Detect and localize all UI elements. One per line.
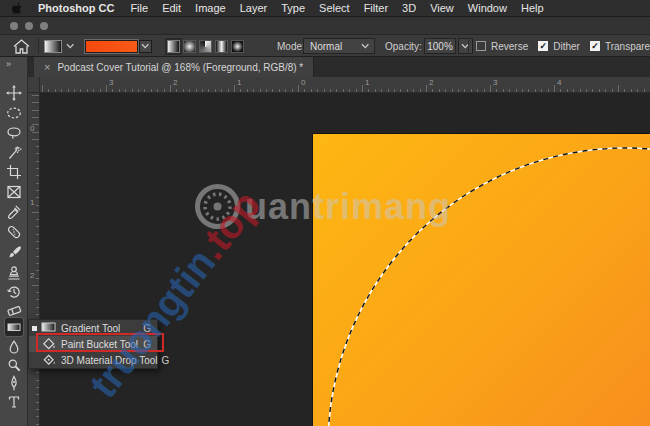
menu-items: Photoshop CCFileEditImageLayerTypeSelect… [31,2,551,14]
reflected-gradient-icon[interactable] [215,40,228,53]
ruler-corner[interactable] [28,77,40,93]
diamond-gradient-icon[interactable] [231,40,244,53]
tools-panel: » [0,57,28,426]
menubar-item-type[interactable]: Type [274,2,312,14]
menubar-item-view[interactable]: View [423,2,461,14]
menubar-item-3d[interactable]: 3D [395,2,423,14]
opacity-value: 100% [424,38,456,54]
flyout-item-3d-material-drop-tool[interactable]: 3D Material Drop ToolG [29,352,157,368]
window-title-bar [0,17,650,35]
menubar-item-filter[interactable]: Filter [357,2,395,14]
dither-checkbox-box[interactable]: ✓ [538,41,548,51]
flyout-item-label: 3D Material Drop Tool [61,355,158,366]
move-tool[interactable] [5,84,23,102]
transparency-checkbox-label: Transparency [605,41,650,52]
eyedropper-tool[interactable] [5,203,23,221]
flyout-item-shortcut: G [162,355,170,366]
annotation-highlight-box [36,333,164,352]
chevron-down-icon [361,42,370,50]
hruler-label: 1 [237,78,241,87]
brush-tool[interactable] [5,243,23,261]
gradient-swatch-color [85,40,138,53]
elliptical-marquee-tool[interactable] [5,104,23,122]
divider [38,38,39,54]
gradient-checkboxes: Reverse✓Dither✓Transparency [476,35,650,57]
dither-checkbox-label: Dither [553,41,580,52]
menubar-item-window[interactable]: Window [461,2,514,14]
hruler-label: 1 [365,78,369,87]
workspace: » × Podcast Cover Tutorial @ 168% (Foreg… [0,57,650,426]
menubar-item-photoshop-cc[interactable]: Photoshop CC [31,2,123,14]
vruler-label: 1 [30,198,34,207]
hruler-label: 3 [493,78,497,87]
menubar-item-layer[interactable]: Layer [233,2,275,14]
minimize-window-button[interactable] [25,22,33,30]
vruler-label: 0 [30,124,34,133]
active-tool-indicator [32,326,37,331]
opacity-label: Opacity: [385,35,422,57]
document-area: × Podcast Cover Tutorial @ 168% (Foregro… [28,57,650,426]
mode-select[interactable]: Normal [303,38,375,54]
gradient-tool[interactable] [5,318,23,336]
horizontal-ruler[interactable]: 32101234 [40,77,650,93]
reverse-checkbox[interactable]: Reverse [476,41,528,52]
opacity-field[interactable]: 100% [424,38,456,54]
expand-panel-icon[interactable]: » [6,59,12,69]
angle-gradient-icon[interactable] [199,40,212,53]
hruler-label: 3 [109,78,113,87]
gradient-swatch[interactable] [85,35,152,57]
vruler-label: 2 [30,271,34,280]
mode-value: Normal [310,41,342,52]
apple-logo-glyph [12,2,23,15]
crop-tool[interactable] [5,163,23,181]
divider [468,38,469,54]
hruler-label: 4 [557,78,561,87]
hruler-label: 2 [429,78,433,87]
history-brush-tool[interactable] [5,283,23,301]
menubar-item-select[interactable]: Select [312,2,357,14]
blur-tool[interactable] [5,338,23,356]
tool-options-bar: Mode: Normal Opacity: 100% Reverse✓Dithe… [0,35,650,57]
tool-preset-chevron-icon[interactable] [66,35,75,57]
menubar-item-file[interactable]: File [123,2,155,14]
clone-stamp-tool[interactable] [5,264,23,282]
menubar-item-help[interactable]: Help [514,2,551,14]
macos-menu-bar: Photoshop CCFileEditImageLayerTypeSelect… [0,0,650,17]
frame-tool[interactable] [5,183,23,201]
dodge-tool[interactable] [5,356,23,374]
eraser-tool[interactable] [5,301,23,319]
close-tab-icon[interactable]: × [44,61,50,73]
linear-gradient-icon[interactable] [167,40,180,53]
radial-gradient-icon[interactable] [183,40,196,53]
menubar-item-image[interactable]: Image [188,2,233,14]
gradient-preset-thumbnail [44,40,62,53]
reverse-checkbox-label: Reverse [491,41,528,52]
close-window-button[interactable] [10,22,18,30]
reverse-checkbox-box[interactable] [476,41,486,51]
gradient-type-buttons [167,35,247,57]
hruler-label: 0 [301,78,305,87]
type-tool[interactable] [5,393,23,411]
healing-brush-tool[interactable] [5,223,23,241]
home-icon[interactable] [13,35,30,57]
apple-menu-icon[interactable] [0,2,31,15]
opacity-chevron-button[interactable] [458,38,473,54]
tool-preset-picker[interactable] [44,35,62,57]
content-row: 0123 [28,93,650,426]
menubar-item-edit[interactable]: Edit [155,2,188,14]
gradient-swatch-chevron-icon[interactable] [139,40,152,53]
magic-wand-tool[interactable] [5,144,23,162]
transparency-checkbox-box[interactable]: ✓ [590,41,600,51]
pen-tool[interactable] [5,374,23,392]
document-tab-bar: × Podcast Cover Tutorial @ 168% (Foregro… [28,57,650,77]
vertical-ruler[interactable]: 0123 [28,93,40,426]
canvas-viewport[interactable] [40,93,650,426]
active-tool-indicator [32,358,37,363]
lasso-tool[interactable] [5,124,23,142]
canvas-image[interactable] [313,134,650,426]
dither-checkbox[interactable]: ✓Dither [538,41,580,52]
material-drop-icon [41,353,57,367]
zoom-window-button[interactable] [40,22,48,30]
document-tab[interactable]: × Podcast Cover Tutorial @ 168% (Foregro… [34,57,314,77]
transparency-checkbox[interactable]: ✓Transparency [590,41,650,52]
